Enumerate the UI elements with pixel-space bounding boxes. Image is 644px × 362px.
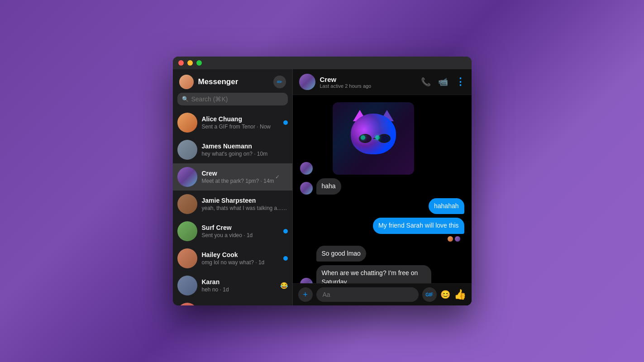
search-icon: 🔍 <box>182 96 189 102</box>
list-item[interactable]: Crew Meet at the park? 1pm? · 14m ✓ <box>173 163 292 191</box>
conv-preview: Sent a GIF from Tenor · Now <box>202 124 288 130</box>
sender-avatar <box>300 278 313 283</box>
message-bubble: My friend Sarah will love this <box>373 218 464 234</box>
check-icon: ✓ <box>275 174 280 180</box>
sidebar-header-left: Messenger <box>179 75 239 89</box>
avatar <box>177 167 197 187</box>
chat-header: Crew Last active 2 hours ago 📞 📹 ⋮ <box>293 69 472 95</box>
main-content: Messenger ✏ 🔍 Alice Chuang <box>173 69 472 305</box>
app-title: Messenger <box>198 77 239 86</box>
maximize-button[interactable] <box>196 60 202 66</box>
list-item[interactable]: Karan heh no · 1d 😂 <box>173 272 292 299</box>
unread-indicator <box>283 229 288 233</box>
chat-info: Crew Last active 2 hours ago <box>320 76 372 89</box>
sender-avatar <box>300 162 313 175</box>
close-button[interactable] <box>178 60 184 66</box>
unread-indicator <box>283 120 288 125</box>
compose-icon: ✏ <box>277 78 282 86</box>
reaction-icon: 😂 <box>280 282 288 289</box>
conv-info: James Nuemann hey what's going on? · 10m <box>202 143 288 157</box>
conv-info: Alice Chuang Sent a GIF from Tenor · Now <box>202 115 288 130</box>
video-icon[interactable]: 📹 <box>438 77 448 87</box>
more-icon[interactable]: ⋮ <box>455 76 465 88</box>
chat-header-left: Crew Last active 2 hours ago <box>299 74 372 90</box>
avatar <box>177 221 197 241</box>
message-row: When are we chatting? I'm free on Saturd… <box>300 265 464 283</box>
conv-preview: yeah, thats what I was talking a... · 4h <box>202 205 288 211</box>
chat-name: Crew <box>320 76 372 83</box>
conv-name: Hailey Cook <box>202 251 288 258</box>
chat-actions: 📞 📹 ⋮ <box>421 76 465 88</box>
list-item[interactable]: Surf Crew Sent you a video · 1d <box>173 218 292 245</box>
conv-preview: Sent you a video · 1d <box>202 232 288 238</box>
list-item[interactable]: Kara, Brian, Jean-Marc pedanticalice sen… <box>173 299 292 305</box>
list-item[interactable]: James Nuemann hey what's going on? · 10m <box>173 136 292 163</box>
thumbs-up-button[interactable]: 👍 <box>454 289 466 300</box>
title-bar <box>173 57 472 69</box>
conv-preview: hey what's going on? · 10m <box>202 151 288 157</box>
reaction-avatar <box>447 236 453 242</box>
avatar <box>177 248 197 268</box>
message-row <box>300 102 464 175</box>
gif-button[interactable]: GIF <box>422 287 437 302</box>
messenger-window: Messenger ✏ 🔍 Alice Chuang <box>173 57 472 305</box>
gif-message <box>333 102 414 175</box>
message-bubble: When are we chatting? I'm free on Saturd… <box>316 265 431 283</box>
avatar <box>177 140 197 160</box>
avatar <box>177 194 197 214</box>
list-item[interactable]: Alice Chuang Sent a GIF from Tenor · Now <box>173 109 292 136</box>
list-item[interactable]: Jamie Sharpsteen yeah, thats what I was … <box>173 191 292 218</box>
conv-name: Karan <box>202 278 288 286</box>
reaction-avatar <box>454 236 461 242</box>
message-bubble: So good lmao <box>316 246 366 262</box>
reaction-avatars <box>447 236 461 242</box>
message-row: hahahah <box>300 198 464 214</box>
search-input[interactable] <box>191 95 283 103</box>
message-row: haha <box>300 178 464 195</box>
avatar <box>177 276 197 295</box>
avatar <box>177 113 197 133</box>
sidebar-header: Messenger ✏ <box>173 69 292 93</box>
plus-icon: + <box>303 290 308 300</box>
chat-avatar <box>299 74 315 90</box>
message-input[interactable] <box>316 287 419 302</box>
message-bubble: hahahah <box>429 198 464 214</box>
chat-area: Crew Last active 2 hours ago 📞 📹 ⋮ <box>293 69 472 305</box>
sender-avatar <box>300 182 313 195</box>
phone-icon[interactable]: 📞 <box>421 77 431 87</box>
avatar[interactable] <box>179 75 194 89</box>
compose-button[interactable]: ✏ <box>273 76 286 88</box>
conv-name: James Nuemann <box>202 143 288 150</box>
conv-info: Surf Crew Sent you a video · 1d <box>202 224 288 238</box>
message-row: So good lmao <box>300 246 464 262</box>
message-row: My friend Sarah will love this <box>300 218 464 234</box>
sidebar: Messenger ✏ 🔍 Alice Chuang <box>173 69 293 305</box>
messages-container: haha hahahah My friend Sarah will love t… <box>293 95 472 283</box>
cat-image <box>346 109 401 168</box>
conv-name: Surf Crew <box>202 224 288 231</box>
conversation-list: Alice Chuang Sent a GIF from Tenor · Now… <box>173 109 292 305</box>
avatar <box>177 303 197 305</box>
input-area: + GIF 😊 👍 <box>293 283 472 305</box>
add-button[interactable]: + <box>298 287 313 302</box>
unread-indicator <box>283 256 288 261</box>
search-bar[interactable]: 🔍 <box>177 93 288 105</box>
conv-name: Jamie Sharpsteen <box>202 197 288 204</box>
conv-name: Alice Chuang <box>202 115 288 123</box>
conv-preview: heh no · 1d <box>202 286 288 293</box>
minimize-button[interactable] <box>187 60 193 66</box>
conv-info: Jamie Sharpsteen yeah, thats what I was … <box>202 197 288 211</box>
emoji-button[interactable]: 😊 <box>440 290 450 300</box>
conv-info: Karan heh no · 1d <box>202 278 288 293</box>
message-bubble: haha <box>316 178 341 195</box>
conv-info: Hailey Cook omg lol no way what? · 1d <box>202 251 288 266</box>
list-item[interactable]: Hailey Cook omg lol no way what? · 1d <box>173 245 292 272</box>
reaction-row <box>300 236 464 242</box>
chat-status: Last active 2 hours ago <box>320 83 372 89</box>
conv-preview: omg lol no way what? · 1d <box>202 259 288 266</box>
